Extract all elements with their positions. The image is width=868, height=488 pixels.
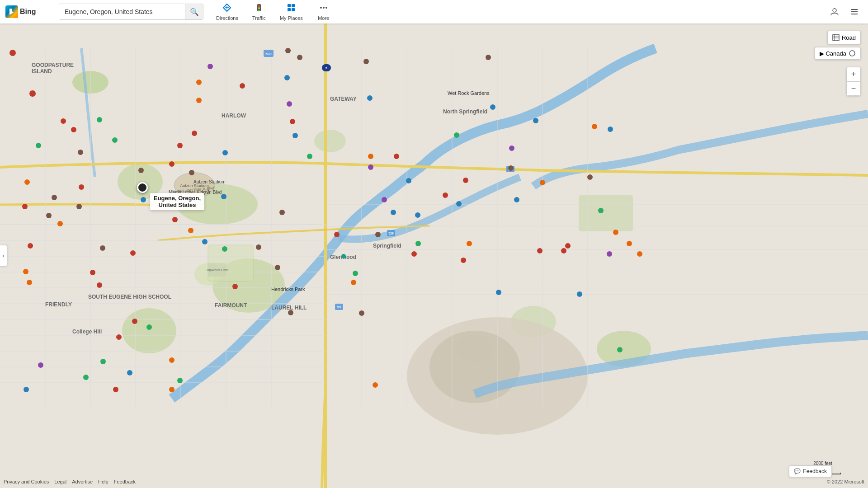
- poi-mckenzie-orchards[interactable]: [486, 55, 491, 60]
- poi-fairfield-inn[interactable]: [275, 265, 280, 270]
- poi-lane-forest[interactable]: [598, 208, 604, 213]
- poi-safeway-1[interactable]: [196, 98, 202, 103]
- poi-amazon-park[interactable]: [146, 324, 152, 330]
- poi-briggs-middle[interactable]: [533, 118, 538, 123]
- poi-riverview-market[interactable]: [592, 124, 597, 129]
- poi-bring[interactable]: [353, 271, 358, 276]
- nav-directions[interactable]: Directions: [211, 1, 244, 23]
- poi-pastini[interactable]: [177, 143, 183, 148]
- poi-cost-plus[interactable]: [112, 137, 118, 143]
- poi-papa-pizza-1[interactable]: [240, 83, 245, 89]
- poi-best-buy[interactable]: [284, 75, 290, 80]
- poi-beppe-gianni[interactable]: [232, 284, 238, 289]
- poi-springfield-museum[interactable]: [415, 241, 421, 246]
- poi-courtesy-inn[interactable]: [76, 204, 82, 209]
- poi-douglas-gardens[interactable]: [577, 291, 582, 297]
- poi-village-inn[interactable]: [508, 165, 514, 171]
- poi-kitchout[interactable]: [169, 387, 175, 392]
- poi-memos-mexican[interactable]: [411, 251, 417, 257]
- poi-joeys-pizza[interactable]: [461, 258, 466, 263]
- poi-albertsons-2[interactable]: [169, 357, 175, 363]
- poi-hamilton-middle[interactable]: [406, 178, 411, 183]
- poi-bed-bath[interactable]: [222, 150, 228, 155]
- poi-mckenzie-willamette[interactable]: [456, 201, 462, 206]
- poi-travelperks[interactable]: [382, 197, 387, 202]
- poi-papa-pizza-2[interactable]: [561, 248, 566, 253]
- collapse-button[interactable]: ‹: [0, 245, 7, 267]
- poi-walmart-super[interactable]: [514, 197, 519, 202]
- poi-twisted-river[interactable]: [467, 241, 472, 246]
- poi-dr-freight[interactable]: [22, 204, 28, 209]
- poi-yolanda-elem[interactable]: [490, 104, 495, 110]
- poi-papa-murphys-1[interactable]: [463, 178, 468, 183]
- poi-hop-valley[interactable]: [79, 184, 84, 190]
- poi-officemax[interactable]: [116, 334, 122, 340]
- poi-burrito-amigos[interactable]: [627, 241, 632, 246]
- poi-roaring-rapids[interactable]: [334, 232, 340, 237]
- poi-snack-shack[interactable]: [351, 280, 356, 285]
- poi-valley-inn[interactable]: [78, 150, 83, 155]
- poi-papa-pizza-3[interactable]: [28, 243, 33, 249]
- poi-ta-ra-rin-thai[interactable]: [130, 250, 136, 256]
- poi-fishermans-market[interactable]: [57, 221, 63, 226]
- nav-traffic[interactable]: Traffic: [245, 1, 273, 23]
- map-container[interactable]: 569 128 528 99 5 Autzen Stadium Martin L…: [0, 23, 868, 488]
- poi-hilton-garden[interactable]: [285, 48, 291, 53]
- poi-guesthouse[interactable]: [297, 55, 302, 60]
- nav-my-places[interactable]: My Places: [274, 1, 308, 23]
- poi-even-hotel[interactable]: [189, 170, 194, 175]
- poi-adventure-museum[interactable]: [36, 143, 41, 148]
- nav-more[interactable]: More: [310, 1, 337, 23]
- poi-target[interactable]: [290, 119, 295, 124]
- poi-pizza-hut[interactable]: [537, 248, 542, 253]
- search-box[interactable]: 🔍: [59, 4, 203, 20]
- search-button[interactable]: 🔍: [185, 4, 203, 19]
- poi-residence-inn[interactable]: [138, 168, 144, 173]
- poi-bimart-membership[interactable]: [27, 280, 32, 285]
- feedback-button[interactable]: 💬 Feedback: [789, 465, 832, 477]
- poi-twin-dragon[interactable]: [29, 90, 36, 97]
- poi-springfield-high[interactable]: [391, 210, 396, 215]
- poi-ups-customer[interactable]: [587, 174, 593, 180]
- poi-lake-ae[interactable]: [415, 212, 420, 218]
- poi-robert-campbell[interactable]: [279, 210, 285, 215]
- poi-red-robin[interactable]: [61, 118, 66, 124]
- poi-shelton-mcmurphy[interactable]: [141, 197, 146, 202]
- poi-motel6-oregon[interactable]: [359, 310, 364, 316]
- poi-walgreens-2[interactable]: [368, 164, 373, 170]
- poi-papa-murphys-2[interactable]: [97, 282, 102, 288]
- poi-dougs-place[interactable]: [373, 382, 378, 388]
- poi-pony-house-inn[interactable]: [375, 232, 381, 237]
- poi-red-lobster[interactable]: [71, 127, 76, 132]
- poi-glenwood[interactable]: [341, 254, 346, 258]
- poi-pour-house[interactable]: [613, 230, 618, 235]
- poi-cornucopia[interactable]: [90, 270, 95, 275]
- poi-nos-pizza[interactable]: [9, 50, 16, 56]
- location-pin[interactable]: [137, 182, 148, 193]
- privacy-link[interactable]: Privacy and Cookies: [4, 479, 49, 484]
- poi-peacehealth-2[interactable]: [202, 239, 208, 244]
- poi-backcountry[interactable]: [24, 179, 30, 185]
- poi-us-postal[interactable]: [127, 370, 132, 375]
- poi-fred-meyer[interactable]: [394, 154, 399, 159]
- menu-button[interactable]: [846, 4, 863, 20]
- zoom-out-button[interactable]: −: [846, 81, 861, 96]
- poi-harbor-freight[interactable]: [443, 192, 448, 198]
- feedback-link[interactable]: Feedback: [114, 479, 136, 484]
- poi-agnes-stewart[interactable]: [496, 290, 501, 295]
- poi-jerries-home[interactable]: [540, 180, 545, 185]
- poi-walgreens-1[interactable]: [208, 64, 213, 69]
- zoom-in-button[interactable]: +: [846, 67, 861, 81]
- poi-joann[interactable]: [509, 145, 514, 151]
- legal-link[interactable]: Legal: [54, 479, 66, 484]
- advertise-link[interactable]: Advertise: [72, 479, 93, 484]
- poi-pfchangs[interactable]: [169, 161, 175, 167]
- poi-eugene-science[interactable]: [221, 194, 226, 199]
- poi-miltonpark[interactable]: [177, 378, 183, 383]
- poi-kohls[interactable]: [287, 101, 292, 107]
- poi-plan-bees[interactable]: [83, 375, 89, 380]
- poi-peacehealth-1[interactable]: [367, 95, 373, 101]
- poi-clearwater-park[interactable]: [617, 347, 623, 352]
- poi-safeway-2[interactable]: [368, 154, 373, 159]
- poi-barnes-noble[interactable]: [97, 117, 102, 122]
